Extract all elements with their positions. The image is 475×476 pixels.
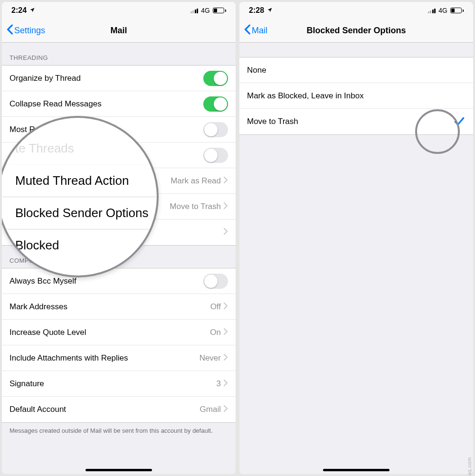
nav-bar: Mail Blocked Sender Options — [239, 19, 473, 43]
nav-bar: Settings Mail — [2, 19, 236, 43]
battery-icon — [450, 8, 464, 13]
signal-icon — [428, 8, 436, 13]
chevron-right-icon — [224, 228, 228, 237]
watermark: www.deuaq.com — [466, 457, 472, 476]
row-label: Mark as Blocked, Leave in Inbox — [247, 91, 466, 101]
phone-right: 2:28 4G Mail Blocked Sender Options — [239, 2, 473, 474]
back-label: Settings — [14, 26, 45, 36]
home-indicator — [86, 469, 152, 471]
battery-icon — [213, 8, 226, 13]
chevron-right-icon — [224, 328, 228, 337]
signal-icon — [190, 8, 199, 13]
row-value: Gmail — [200, 405, 221, 414]
status-right: 4G — [190, 7, 226, 14]
chevron-right-icon — [224, 202, 228, 211]
status-left: 2:24 — [11, 6, 35, 15]
row-label: Increase Quote Level — [10, 328, 210, 337]
back-label: Mail — [252, 26, 267, 36]
row-label: Always Bcc Myself — [10, 276, 203, 286]
toggle-organize[interactable] — [203, 71, 228, 86]
status-time: 2:24 — [11, 6, 27, 15]
row-default-account[interactable]: Default Account Gmail — [2, 397, 236, 422]
magnifier-row-muted-thread-action: Muted Thread Action — [2, 165, 157, 197]
row-value: Never — [200, 353, 221, 363]
toggle-most-recent[interactable] — [203, 122, 228, 137]
row-label: Signature — [10, 379, 217, 389]
option-move-to-trash[interactable]: Move to Trash — [239, 109, 473, 134]
row-value: Mark as Read — [171, 176, 221, 186]
toggle-collapse[interactable] — [203, 96, 228, 112]
section-footer: Messages created outside of Mail will be… — [2, 423, 236, 443]
location-icon — [29, 6, 35, 15]
status-bar: 2:28 4G — [239, 2, 473, 19]
toggle-bcc[interactable] — [203, 274, 228, 289]
location-icon — [267, 6, 273, 15]
row-label: Mark Addresses — [10, 302, 210, 312]
back-button[interactable]: Mail — [244, 24, 267, 37]
chevron-left-icon — [244, 24, 251, 37]
toggle-complete[interactable] — [203, 148, 228, 163]
home-indicator — [323, 469, 390, 471]
group-composing: Always Bcc Myself Mark Addresses Off Inc… — [2, 268, 236, 423]
row-value: 3 — [217, 379, 221, 389]
option-mark-as-blocked[interactable]: Mark as Blocked, Leave in Inbox — [239, 83, 473, 109]
row-label: Include Attachments with Replies — [10, 353, 200, 363]
row-label: None — [247, 66, 466, 75]
magnifier-row-blocked-sender-options: Blocked Sender Options — [2, 197, 157, 229]
checkmark-icon — [453, 115, 466, 128]
row-label: Organize by Thread — [10, 74, 203, 83]
chevron-right-icon — [224, 405, 228, 414]
group-options: None Mark as Blocked, Leave in Inbox Mov… — [239, 57, 473, 135]
network-label: 4G — [438, 7, 447, 14]
row-value: On — [210, 328, 221, 337]
status-bar: 2:24 4G — [2, 2, 236, 19]
status-right: 4G — [428, 7, 464, 14]
row-organize-by-thread[interactable]: Organize by Thread — [2, 66, 236, 91]
status-time: 2:28 — [249, 6, 264, 15]
row-label: Move to Trash — [247, 117, 453, 126]
section-header-threading: Threading — [2, 43, 236, 65]
magnifier-overlay: te Threads Muted Thread Action Blocked S… — [2, 116, 159, 277]
option-none[interactable]: None — [239, 57, 473, 83]
chevron-right-icon — [224, 379, 228, 389]
row-mark-addresses[interactable]: Mark Addresses Off — [2, 294, 236, 320]
row-signature[interactable]: Signature 3 — [2, 371, 236, 397]
row-collapse-read[interactable]: Collapse Read Messages — [2, 91, 236, 117]
content-right: None Mark as Blocked, Leave in Inbox Mov… — [239, 43, 473, 474]
chevron-right-icon — [224, 353, 228, 363]
row-value: Move to Trash — [170, 202, 221, 211]
row-label: Default Account — [10, 405, 200, 414]
row-include-attachments[interactable]: Include Attachments with Replies Never — [2, 345, 236, 371]
nav-title: Blocked Sender Options — [239, 26, 473, 36]
network-label: 4G — [201, 7, 210, 14]
row-label: Collapse Read Messages — [10, 99, 203, 109]
row-increase-quote[interactable]: Increase Quote Level On — [2, 320, 236, 345]
phone-left: 2:24 4G Settings Mail Threading Or — [2, 2, 236, 474]
chevron-left-icon — [7, 24, 13, 37]
row-always-bcc[interactable]: Always Bcc Myself — [2, 268, 236, 294]
chevron-right-icon — [224, 176, 228, 186]
row-value: Off — [210, 302, 221, 312]
chevron-right-icon — [224, 302, 228, 312]
status-left: 2:28 — [249, 6, 273, 15]
back-button[interactable]: Settings — [7, 24, 45, 37]
